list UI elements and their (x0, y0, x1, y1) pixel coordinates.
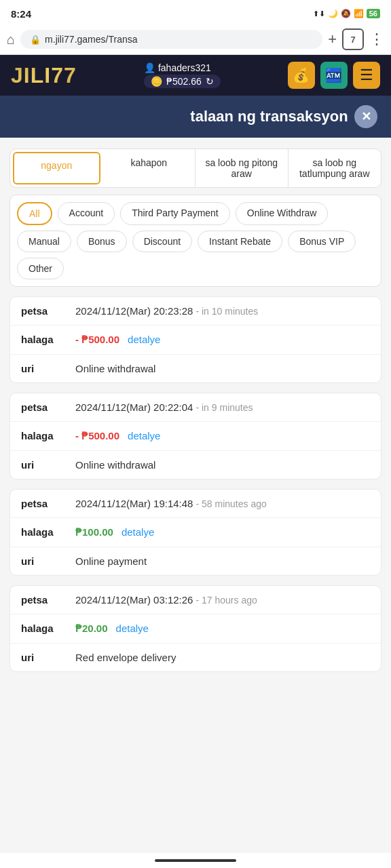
home-button[interactable]: ⌂ (7, 32, 15, 47)
tx-row-uri-4: uri Red envelope delivery (10, 644, 381, 671)
mute-icon: 🔕 (341, 9, 351, 18)
tx-row-halaga-3: halaga ₱100.00 detalye (10, 518, 381, 547)
tx-row-petsa-1: petsa 2024/11/12(Mar) 20:23:28 - in 10 m… (10, 297, 381, 326)
transaction-list: petsa 2024/11/12(Mar) 20:23:28 - in 10 m… (10, 296, 381, 692)
header-action-icons: 💰 🏧 ☰ (288, 62, 380, 89)
tx-label-uri-2: uri (21, 459, 75, 471)
page-title-bar: talaan ng transaksyon ✕ (0, 96, 391, 138)
tx-uri-4: Red envelope delivery (75, 652, 176, 663)
network-icon: ⬆⬇ (313, 9, 325, 18)
page-title: talaan ng transaksyon (184, 108, 354, 125)
cat-instant-rebate[interactable]: Instant Rebate (198, 231, 282, 252)
user-info: 👤 fahaders321 🪙 ₱502.66 ↻ (144, 62, 221, 88)
username-display: 👤 fahaders321 (144, 62, 211, 73)
tx-label-halaga-3: halaga (21, 526, 75, 538)
cat-discount[interactable]: Discount (132, 231, 192, 252)
app-logo: JILI77 (11, 63, 77, 88)
date-filter-7days[interactable]: sa loob ng pitong araw (196, 149, 288, 187)
cat-online-withdraw[interactable]: Online Withdraw (236, 202, 329, 225)
wallet-button[interactable]: 💰 (288, 62, 315, 89)
date-filter-kahapon[interactable]: kahapon (103, 149, 196, 187)
balance-display: 🪙 ₱502.66 ↻ (144, 75, 221, 88)
app-header: JILI77 👤 fahaders321 🪙 ₱502.66 ↻ 💰 🏧 ☰ (0, 55, 391, 96)
tx-detail-link-1[interactable]: detalye (128, 334, 160, 345)
tx-label-uri-4: uri (21, 652, 75, 663)
menu-button[interactable]: ☰ (353, 62, 380, 89)
tx-detail-link-4[interactable]: detalye (116, 623, 149, 634)
tx-row-uri-1: uri Online withdrawal (10, 355, 381, 382)
tx-date-note-1: - in 10 minutes (196, 306, 258, 317)
transaction-card-4: petsa 2024/11/12(Mar) 03:12:26 - 17 hour… (10, 585, 381, 672)
date-filter-ngayon[interactable]: ngayon (13, 152, 100, 184)
network-type: 🌙 (328, 9, 338, 18)
tx-row-halaga-4: halaga ₱20.00 detalye (10, 614, 381, 644)
tx-amount-1: - ₱500.00 (75, 334, 119, 346)
transaction-card-3: petsa 2024/11/12(Mar) 19:14:48 - 58 minu… (10, 489, 381, 576)
date-filter-30days[interactable]: sa loob ng tatlumpung araw (288, 149, 381, 187)
user-icon: 👤 (144, 62, 155, 73)
browser-chrome: ⌂ 🔒 m.jili77.games/Transa + 7 ⋮ (0, 24, 391, 55)
cat-third-party[interactable]: Third Party Payment (120, 202, 230, 225)
coin-icon: 🪙 (151, 76, 162, 87)
tx-date-note-3: - 58 minutes ago (196, 498, 266, 509)
refresh-icon[interactable]: ↻ (206, 76, 214, 87)
tx-label-petsa-1: petsa (21, 305, 75, 317)
tx-row-petsa-3: petsa 2024/11/12(Mar) 19:14:48 - 58 minu… (10, 490, 381, 518)
deposit-button[interactable]: 🏧 (320, 62, 348, 89)
tx-date-4: 2024/11/12(Mar) 03:12:26 (75, 594, 193, 606)
tx-uri-3: Online payment (75, 555, 147, 567)
tx-row-uri-3: uri Online payment (10, 547, 381, 575)
status-time: 8:24 (11, 8, 31, 20)
tx-row-halaga-1: halaga - ₱500.00 detalye (10, 326, 381, 355)
tx-date-1: 2024/11/12(Mar) 20:23:28 (75, 305, 193, 317)
browser-menu-button[interactable]: ⋮ (369, 31, 384, 48)
tx-uri-2: Online withdrawal (75, 459, 155, 471)
address-bar[interactable]: 🔒 m.jili77.games/Transa (20, 30, 322, 49)
category-filter: All Account Third Party Payment Online W… (10, 195, 381, 287)
tx-label-halaga-1: halaga (21, 334, 75, 345)
tx-amount-3: ₱100.00 (75, 526, 113, 538)
lock-icon: 🔒 (30, 35, 41, 45)
tx-label-petsa-4: petsa (21, 594, 75, 606)
tx-label-petsa-3: petsa (21, 498, 75, 509)
home-indicator (155, 859, 236, 862)
cat-other[interactable]: Other (17, 258, 64, 279)
tx-uri-1: Online withdrawal (75, 363, 155, 374)
new-tab-button[interactable]: + (328, 31, 337, 48)
tx-date-note-4: - 17 hours ago (196, 595, 257, 606)
tab-count-button[interactable]: 7 (342, 28, 364, 50)
bottom-bar (0, 853, 391, 868)
tx-detail-link-2[interactable]: detalye (128, 430, 160, 441)
tx-label-halaga-2: halaga (21, 430, 75, 441)
tx-label-uri-3: uri (21, 555, 75, 567)
cat-bonus[interactable]: Bonus (77, 231, 127, 252)
tx-row-halaga-2: halaga - ₱500.00 detalye (10, 422, 381, 451)
cat-all[interactable]: All (17, 202, 52, 225)
url-text: m.jili77.games/Transa (45, 34, 137, 45)
tx-label-halaga-4: halaga (21, 623, 75, 634)
status-bar: 8:24 ⬆⬇ 🌙 🔕 📶 56 (0, 0, 391, 24)
status-icons: ⬆⬇ 🌙 🔕 📶 56 (313, 9, 380, 18)
cat-bonus-vip[interactable]: Bonus VIP (288, 231, 356, 252)
tx-label-uri-1: uri (21, 363, 75, 374)
tx-row-uri-2: uri Online withdrawal (10, 451, 381, 479)
tx-row-petsa-2: petsa 2024/11/12(Mar) 20:22:04 - in 9 mi… (10, 393, 381, 422)
tx-row-petsa-4: petsa 2024/11/12(Mar) 03:12:26 - 17 hour… (10, 586, 381, 614)
tx-amount-4: ₱20.00 (75, 623, 108, 635)
tx-detail-link-3[interactable]: detalye (122, 526, 154, 538)
signal-icon: 📶 (354, 9, 364, 18)
tx-amount-2: - ₱500.00 (75, 430, 119, 442)
cat-account[interactable]: Account (58, 202, 115, 225)
close-button[interactable]: ✕ (354, 105, 377, 128)
transaction-card-2: petsa 2024/11/12(Mar) 20:22:04 - in 9 mi… (10, 393, 381, 479)
date-filter: ngayon kahapon sa loob ng pitong araw sa… (10, 149, 381, 188)
tx-date-3: 2024/11/12(Mar) 19:14:48 (75, 498, 193, 509)
transaction-card-1: petsa 2024/11/12(Mar) 20:23:28 - in 10 m… (10, 296, 381, 383)
battery-icon: 56 (367, 9, 380, 18)
tx-date-note-2: - in 9 minutes (196, 402, 253, 413)
cat-manual[interactable]: Manual (17, 231, 71, 252)
tx-date-2: 2024/11/12(Mar) 20:22:04 (75, 401, 193, 413)
tx-label-petsa-2: petsa (21, 401, 75, 413)
